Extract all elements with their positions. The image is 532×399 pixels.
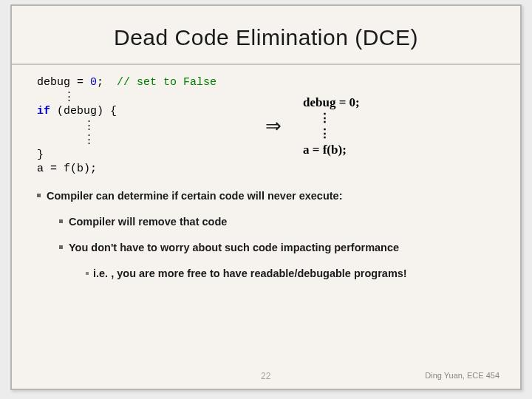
- code-text: ⋮: [303, 126, 331, 140]
- code-before: debug = 0; // set to False ⋮ if (debug) …: [37, 75, 244, 177]
- code-text: ⋮: [37, 91, 75, 103]
- bullet-icon: [59, 245, 63, 249]
- bullet-level3: i.e. , you are more free to have readabl…: [86, 266, 495, 282]
- bullet-icon: [59, 219, 63, 223]
- bullet-text: You don't have to worry about such code …: [69, 242, 399, 253]
- bullet-text: Compiler can determine if certain code w…: [47, 190, 343, 202]
- slide-title: Dead Code Elimination (DCE): [12, 6, 520, 64]
- attribution: Ding Yuan, ECE 454: [425, 371, 499, 381]
- transform-arrow-icon: ⇒: [259, 115, 288, 137]
- bullet-level1: Compiler can determine if certain code w…: [37, 188, 495, 204]
- slide-frame: Dead Code Elimination (DCE) debug = 0; /…: [10, 4, 522, 390]
- code-text: a = f(b);: [37, 163, 97, 175]
- code-text: ;: [97, 76, 117, 89]
- code-after: debug = 0; ⋮ ⋮ a = f(b);: [303, 95, 360, 157]
- code-text: }: [37, 149, 44, 161]
- code-keyword: if: [37, 105, 50, 117]
- code-literal: 0: [90, 76, 97, 89]
- bullet-text: i.e. , you are more free to have readabl…: [93, 267, 407, 279]
- bullet-level2: You don't have to worry about such code …: [59, 240, 495, 256]
- bullet-list: Compiler can determine if certain code w…: [37, 188, 495, 282]
- slide-footer: 22 Ding Yuan, ECE 454: [12, 371, 520, 381]
- code-text: debug = 0;: [303, 95, 360, 109]
- code-text: a = f(b);: [303, 143, 347, 157]
- code-text: ⋮: [37, 120, 95, 132]
- bullet-icon: [37, 194, 41, 197]
- code-text: ⋮: [303, 111, 331, 125]
- bullet-icon: [86, 272, 89, 275]
- code-text: ⋮: [37, 134, 95, 146]
- page-number: 22: [106, 371, 425, 381]
- slide-content: debug = 0; // set to False ⋮ if (debug) …: [12, 65, 520, 282]
- code-text: (debug) {: [50, 105, 117, 117]
- code-comment: // set to False: [117, 76, 216, 89]
- bullet-text: Compiler will remove that code: [69, 216, 227, 228]
- code-text: debug =: [37, 76, 90, 89]
- code-comparison: debug = 0; // set to False ⋮ if (debug) …: [37, 75, 495, 177]
- bullet-level2: Compiler will remove that code: [59, 214, 495, 230]
